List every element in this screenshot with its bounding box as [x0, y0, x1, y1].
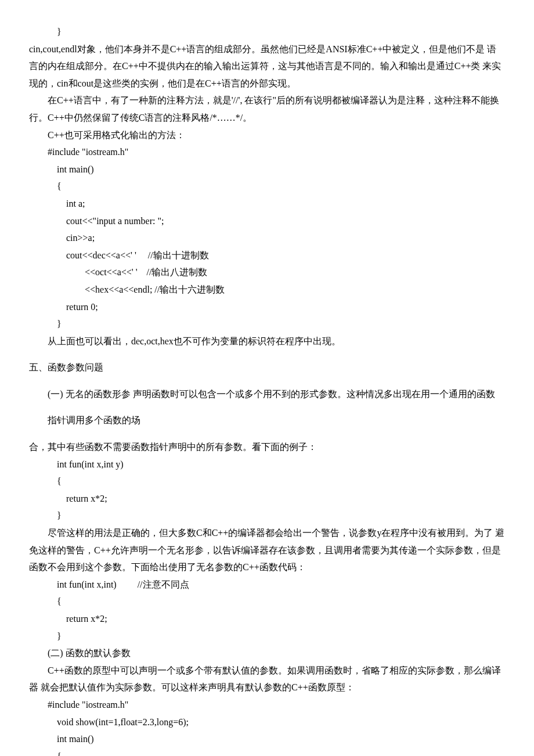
code-cout-prompt: cout<<"input a number: "; — [29, 213, 505, 230]
paragraph-default-params: C++函数的原型中可以声明一个或多个带有默认值的参数。如果调用函数时，省略了相应… — [29, 662, 505, 696]
code-fun2-open: { — [29, 593, 505, 610]
code-fun2-return: return x*2; — [29, 610, 505, 628]
code3-open-brace: { — [29, 748, 505, 756]
code-fun2-close: } — [29, 628, 505, 645]
paragraph-unnamed-param: 尽管这样的用法是正确的，但大多数C和C++的编译器都会给出一个警告，说参数y在程… — [29, 524, 505, 576]
code-include: #include "iostream.h" — [29, 143, 505, 161]
paragraph-cin-cout: cin,cout,endl对象，他们本身并不是C++语言的组成部分。虽然他们已经… — [29, 41, 505, 92]
code-cout-dec: cout<<dec<<a<<' ' //输出十进制数 — [29, 247, 505, 264]
paragraph-dec-oct-hex: 从上面也可以看出，dec,oct,hex也不可作为变量的标识符在程序中出现。 — [29, 333, 505, 350]
code3-include: #include "iostream.h" — [29, 696, 505, 714]
code-fun1-return: return x*2; — [29, 490, 505, 507]
code-cout-oct: <<oct<<a<<' ' //输出八进制数 — [29, 264, 505, 281]
item-1-line1: (一) 无名的函数形参 声明函数时可以包含一个或多个用不到的形式参数。这种情况多… — [29, 386, 505, 403]
code-int-a: int a; — [29, 195, 505, 213]
code-open-brace: { — [29, 178, 505, 195]
code-cin-a: cin>>a; — [29, 229, 505, 247]
paragraph-formatted-output: C++也可采用格式化输出的方法： — [29, 127, 505, 144]
code-fun2-decl: int fun(int x,int) //注意不同点 — [29, 576, 505, 593]
code-fun1-close: } — [29, 507, 505, 524]
paragraph-comments: 在C++语言中，有了一种新的注释方法，就是'//', 在该行"后的所有说明都被编… — [29, 92, 505, 126]
code-fun1-decl: int fun(int x,int y) — [29, 456, 505, 473]
code-main-decl: int main() — [29, 161, 505, 178]
item-2: (二) 函数的默认参数 — [29, 645, 505, 662]
section-title-5: 五、函数参数问题 — [29, 359, 505, 376]
paragraph-example-intro: 合，其中有些函数不需要函数指针声明中的所有参数。看下面的例子： — [29, 438, 505, 456]
code3-show-decl: void show(int=1,float=2.3,long=6); — [29, 714, 505, 731]
code-return: return 0; — [29, 298, 505, 316]
code-close-brace: } — [29, 315, 505, 333]
code-fun1-open: { — [29, 473, 505, 490]
code-cout-hex: <<hex<<a<<endl; //输出十六进制数 — [29, 281, 505, 298]
item-1-line2: 指针调用多个函数的场 — [29, 412, 505, 429]
code3-main-decl: int main() — [29, 730, 505, 748]
code-brace: } — [29, 23, 505, 41]
